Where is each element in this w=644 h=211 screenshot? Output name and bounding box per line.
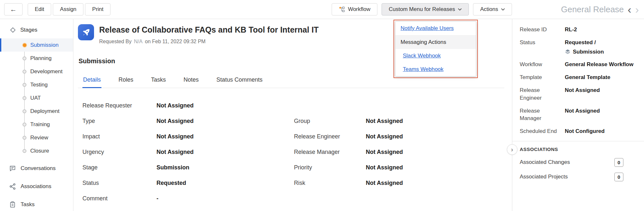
actions-label: Actions — [480, 6, 498, 13]
stage-item-training[interactable]: Training — [0, 118, 73, 131]
associated-projects-count[interactable]: 0 — [614, 173, 623, 181]
stage-item-closure[interactable]: Closure — [0, 144, 73, 157]
field-impact: ImpactNot Assigned — [82, 129, 294, 144]
stage-label: Closure — [30, 148, 49, 154]
stage-item-deployment[interactable]: Deployment — [0, 105, 73, 118]
stage-item-submission[interactable]: Submission — [0, 38, 73, 52]
back-button[interactable]: ← — [4, 3, 23, 15]
stage-item-review[interactable]: Review — [0, 131, 73, 144]
custom-menu-label: Custom Menu for Releases — [389, 6, 455, 13]
property-label: Workflow — [520, 61, 565, 68]
stage-label: Submission — [30, 42, 59, 48]
field-value: Not Assigned — [366, 164, 403, 171]
stage-dot — [23, 123, 26, 126]
previous-record-icon[interactable]: ‹ — [628, 5, 631, 14]
sidebar-item-label: Conversations — [21, 165, 56, 172]
stage-label: Training — [30, 121, 50, 128]
print-button[interactable]: Print — [85, 3, 110, 15]
custom-menu-button[interactable]: Custom Menu for Releases — [382, 3, 469, 15]
tab-details[interactable]: Details — [82, 73, 101, 88]
sidebar-item-associations[interactable]: Associations — [0, 177, 73, 196]
stage-list: Submission Planning Development Testing … — [0, 38, 73, 157]
sidebar-item-conversations[interactable]: Conversations — [0, 159, 73, 177]
stages-icon — [10, 27, 16, 33]
actions-button[interactable]: Actions — [473, 3, 512, 15]
stage-item-uat[interactable]: UAT — [0, 91, 73, 105]
field-comment: Comment- — [82, 191, 294, 206]
field-label: Release Engineer — [294, 133, 366, 140]
menu-item-teams-webhook[interactable]: Teams Webhook — [395, 63, 476, 76]
field-risk: RiskNot Assigned — [294, 175, 504, 191]
tab-notes[interactable]: Notes — [183, 73, 199, 88]
requested-by-label: Requested By — [99, 39, 132, 44]
field-value: Not Assigned — [366, 180, 403, 186]
stage-item-development[interactable]: Development — [0, 65, 73, 78]
associated-projects-row: Associated Projects 0 — [520, 170, 638, 184]
workflow-icon — [339, 6, 345, 13]
content-area: Stages Submission Planning Development T… — [0, 19, 644, 211]
sidebar-item-tasks[interactable]: Tasks — [0, 196, 73, 211]
collapse-panel-button[interactable]: › — [507, 144, 517, 155]
stage-dot — [23, 149, 26, 153]
property-value: RL-2 — [565, 26, 577, 34]
back-icon: ← — [10, 5, 17, 13]
associated-changes-count[interactable]: 0 — [614, 158, 623, 167]
stage-dot — [23, 109, 26, 113]
property-label: Status — [520, 39, 565, 46]
left-sidebar: Stages Submission Planning Development T… — [0, 19, 73, 211]
title-texts: Release of Collaborative FAQs and KB Too… — [99, 24, 319, 45]
stage-item-testing[interactable]: Testing — [0, 78, 73, 91]
layers-icon — [565, 49, 571, 55]
stage-label: Testing — [30, 82, 48, 88]
field-label: Group — [294, 118, 366, 125]
property-release-id: Release ID RL-2 — [520, 23, 638, 36]
associations-list: Associated Changes 0 Associated Projects… — [520, 155, 638, 184]
field-value: - — [156, 195, 158, 202]
field-label: Release Requester — [82, 102, 156, 109]
tab-roles[interactable]: Roles — [118, 73, 134, 88]
property-value: General Template — [565, 74, 610, 81]
field-label: Stage — [82, 164, 156, 171]
menu-item-slack-webhook[interactable]: Slack Webhook — [395, 49, 476, 63]
associated-changes-row: Associated Changes 0 — [520, 155, 638, 170]
record-title: General Release — [561, 5, 624, 15]
stage-dot — [23, 70, 26, 74]
field-label: Release Manager — [294, 149, 366, 156]
tab-tasks[interactable]: Tasks — [150, 73, 166, 88]
field-value: Not Assigned — [366, 133, 403, 140]
field-label: Comment — [82, 195, 156, 202]
field-label: Impact — [82, 133, 156, 140]
property-value: General Release Workflow — [565, 61, 633, 68]
edit-button[interactable]: Edit — [28, 3, 51, 15]
chevron-down-icon — [501, 8, 505, 11]
field-label: Risk — [294, 180, 366, 186]
property-workflow: Workflow General Release Workflow — [520, 58, 638, 71]
status-stage-line: Submission — [565, 48, 604, 56]
tab-status-comments[interactable]: Status Comments — [216, 73, 263, 88]
next-record-icon[interactable]: › — [635, 5, 639, 14]
stage-label: Deployment — [30, 108, 60, 115]
menu-item-notify-available-users[interactable]: Notify Available Users — [395, 22, 476, 35]
property-label: Release ID — [520, 26, 565, 34]
requested-on: on Feb 11, 2022 09:32 PM — [145, 39, 205, 44]
app-window: ← Edit Assign Print Workflow Cust — [0, 0, 644, 211]
field-priority: PriorityNot Assigned — [294, 160, 504, 175]
stage-label: Planning — [30, 55, 52, 62]
chevron-down-icon — [458, 8, 462, 11]
property-value-group: Requested / Submission — [565, 39, 604, 56]
field-status: StatusRequested — [82, 175, 294, 191]
field-stage: StageSubmission — [82, 160, 294, 175]
toolbar-mid-group: Workflow Custom Menu for Releases Action… — [332, 3, 512, 15]
field-urgency: UrgencyNot Assigned — [82, 144, 294, 160]
property-template: Template General Template — [520, 71, 638, 84]
network-icon — [9, 183, 16, 190]
workflow-button[interactable]: Workflow — [332, 3, 378, 15]
stage-item-planning[interactable]: Planning — [0, 52, 73, 65]
record-nav: General Release ‹ › — [512, 5, 644, 15]
sidebar-nav: Conversations Associations Tasks — [0, 159, 73, 211]
assign-button[interactable]: Assign — [53, 3, 83, 15]
stage-dot — [23, 136, 26, 140]
properties-panel: Release ID RL-2 Status Requested / Submi… — [512, 19, 644, 211]
details-column-left: Release RequesterNot Assigned TypeNot As… — [82, 98, 294, 206]
menu-item-messaging-actions[interactable]: Messaging Actions — [395, 35, 476, 49]
